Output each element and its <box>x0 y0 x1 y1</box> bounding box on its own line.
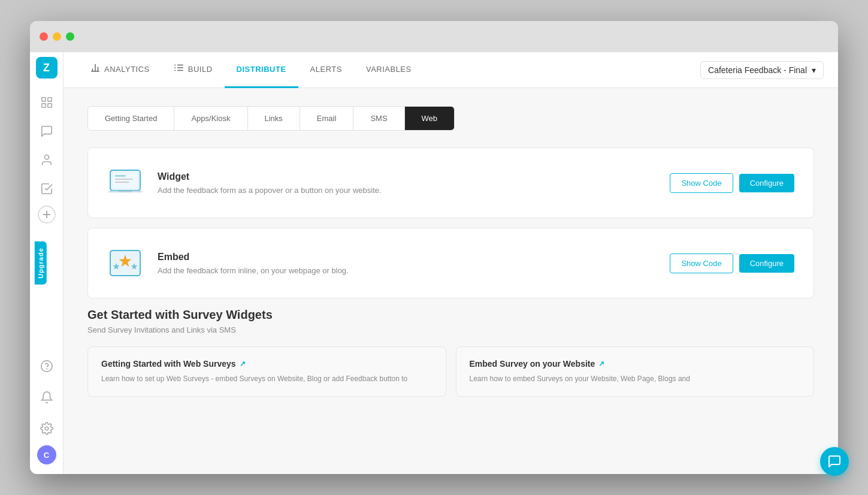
sidebar-item-user[interactable] <box>35 148 59 172</box>
top-nav: ANALYTICS BUILD <box>63 52 838 88</box>
maximize-button[interactable] <box>66 32 74 41</box>
nav-variables-label: VARIABLES <box>366 65 412 74</box>
svg-point-7 <box>41 361 52 372</box>
sidebar-add-button[interactable] <box>38 206 56 224</box>
nav-distribute[interactable]: DISTRIBUTE <box>225 52 298 88</box>
help-cards: Getting Started with Web Surveys ↗ Learn… <box>87 346 814 397</box>
app-window: Z <box>30 21 838 474</box>
analytics-icon <box>90 62 101 76</box>
nav-analytics[interactable]: ANALYTICS <box>78 52 162 88</box>
svg-rect-3 <box>47 104 51 107</box>
widget-card-title: Widget <box>158 171 655 182</box>
svg-rect-23 <box>115 179 133 180</box>
title-bar <box>30 21 838 52</box>
widget-show-code-button[interactable]: Show Code <box>670 173 733 193</box>
tab-getting-started[interactable]: Getting Started <box>88 107 174 130</box>
embed-card: Embed Add the feedback form inline, on y… <box>87 228 814 298</box>
embed-show-code-button[interactable]: Show Code <box>670 253 733 273</box>
tab-links[interactable]: Links <box>248 107 300 130</box>
tab-bar: Getting Started Apps/Kiosk Links Email S… <box>87 106 455 131</box>
svg-rect-24 <box>115 182 129 183</box>
build-icon <box>174 62 185 76</box>
help-card-getting-started-desc: Learn how to set up Web Surveys - embed … <box>101 373 433 384</box>
svg-rect-0 <box>41 98 45 101</box>
nav-distribute-label: DISTRIBUTE <box>237 65 286 74</box>
svg-rect-21 <box>113 173 138 188</box>
nav-build-label: BUILD <box>188 65 213 74</box>
widget-icon <box>107 165 143 201</box>
external-link-icon: ↗ <box>240 360 246 368</box>
embed-icon <box>107 245 143 281</box>
upgrade-tab[interactable]: Upgrade <box>35 242 47 285</box>
chevron-down-icon: ▾ <box>812 65 816 75</box>
sidebar-item-dashboard[interactable] <box>35 90 59 114</box>
nav-build[interactable]: BUILD <box>162 52 225 88</box>
widget-card-actions: Show Code Configure <box>670 173 794 193</box>
help-card-embed: Embed Survey on your Website ↗ Learn how… <box>456 346 815 397</box>
help-card-getting-started: Getting Started with Web Surveys ↗ Learn… <box>87 346 446 397</box>
sidebar-item-notifications[interactable] <box>35 385 59 409</box>
user-avatar[interactable]: C <box>37 445 56 464</box>
svg-rect-25 <box>119 191 132 192</box>
embed-configure-button[interactable]: Configure <box>739 254 794 273</box>
external-link-icon-2: ↗ <box>598 360 604 368</box>
widget-card-text: Widget Add the feedback form as a popove… <box>158 171 655 195</box>
sidebar-item-tasks[interactable] <box>35 177 59 201</box>
nav-variables[interactable]: VARIABLES <box>354 52 424 88</box>
embed-card-desc: Add the feedback form inline, on your we… <box>158 266 655 275</box>
close-button[interactable] <box>40 32 48 41</box>
sidebar-item-chat[interactable] <box>35 119 59 143</box>
tab-web[interactable]: Web <box>405 107 455 130</box>
section-subtitle: Send Survey Invitations and Links via SM… <box>87 325 814 334</box>
main-content: ANALYTICS BUILD <box>63 52 838 474</box>
embed-card-actions: Show Code Configure <box>670 253 794 273</box>
section-title: Get Started with Survey Widgets <box>87 308 814 322</box>
svg-rect-22 <box>115 175 126 177</box>
sidebar-item-help[interactable] <box>35 354 59 378</box>
survey-selector[interactable]: Cafeteria Feedback - Final ▾ <box>700 61 824 79</box>
app-body: Z <box>30 52 838 474</box>
minimize-button[interactable] <box>53 32 61 41</box>
nav-alerts-label: ALERTS <box>310 65 342 74</box>
svg-rect-1 <box>47 98 51 101</box>
nav-analytics-label: ANALYTICS <box>104 65 150 74</box>
nav-alerts[interactable]: ALERTS <box>298 52 354 88</box>
sidebar: Z <box>30 52 63 474</box>
sidebar-logo[interactable]: Z <box>36 57 58 79</box>
svg-point-9 <box>45 427 49 430</box>
widget-card: Widget Add the feedback form as a popove… <box>87 147 814 218</box>
widget-configure-button[interactable]: Configure <box>739 174 794 192</box>
tab-sms[interactable]: SMS <box>353 107 404 130</box>
sidebar-bottom: C <box>35 352 59 469</box>
help-card-getting-started-title[interactable]: Getting Started with Web Surveys ↗ <box>101 359 433 369</box>
tab-email[interactable]: Email <box>300 107 354 130</box>
content-area: Getting Started Apps/Kiosk Links Email S… <box>63 88 838 474</box>
survey-name: Cafeteria Feedback - Final <box>708 65 807 75</box>
svg-point-4 <box>44 155 49 159</box>
embed-card-text: Embed Add the feedback form inline, on y… <box>158 252 655 275</box>
sidebar-item-settings[interactable] <box>35 416 59 440</box>
help-card-embed-desc: Learn how to embed Surveys on your Websi… <box>470 373 801 384</box>
embed-card-title: Embed <box>158 252 655 262</box>
svg-rect-2 <box>41 104 45 107</box>
tab-apps-kiosk[interactable]: Apps/Kiosk <box>174 107 247 130</box>
widget-card-desc: Add the feedback form as a popover or a … <box>158 186 655 195</box>
help-card-embed-title[interactable]: Embed Survey on your Website ↗ <box>470 359 801 369</box>
chat-button[interactable] <box>820 447 849 476</box>
